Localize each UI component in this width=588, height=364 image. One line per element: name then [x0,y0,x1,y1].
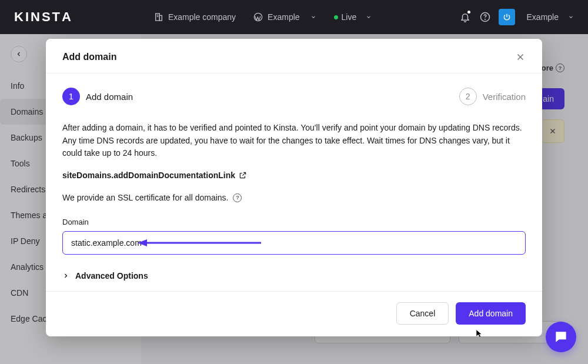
company-switcher[interactable]: Example company [154,12,236,22]
chat-icon [553,329,569,345]
step-1: 1 Add domain [62,88,133,105]
topbar: KINSTA Example company Example Live Exam… [0,0,588,34]
modal-overlay: Add domain 1 Add domain 2 Verification A… [0,34,588,364]
chevron-right-icon [62,272,69,279]
modal-header: Add domain [46,39,542,74]
chevron-down-icon [310,14,316,20]
step-label: Verification [483,92,526,102]
external-link-icon [239,171,247,179]
chevron-down-icon [366,14,372,20]
cancel-button[interactable]: Cancel [396,302,449,325]
modal-title: Add domain [62,52,116,62]
environment-switcher[interactable]: Live [334,12,372,22]
documentation-link[interactable]: siteDomains.addDomainDocumentationLink [62,171,526,180]
step-label: Add domain [86,92,133,102]
stepper: 1 Add domain 2 Verification [62,88,526,105]
help-button[interactable] [475,7,495,27]
power-button[interactable] [499,9,515,25]
step-2: 2 Verification [459,88,526,105]
ssl-notice: We provide an SSL certificate for all do… [62,193,526,202]
modal-description: After adding a domain, it has to be veri… [62,122,526,160]
step-number: 2 [459,88,477,105]
chat-widget-button[interactable] [546,322,576,352]
building-icon [154,12,163,22]
wordpress-icon [253,12,263,22]
close-modal-button[interactable] [515,52,526,62]
step-number: 1 [62,88,80,105]
help-icon [480,12,490,22]
domain-field-label: Domain [62,218,526,226]
modal-footer: Cancel Add domain [46,291,542,336]
svg-rect-1 [159,15,162,21]
company-name: Example company [168,12,236,22]
modal-body: 1 Add domain 2 Verification After adding… [46,74,542,291]
advanced-options-toggle[interactable]: Advanced Options [62,271,526,280]
user-menu[interactable]: Example [527,12,574,22]
info-icon[interactable]: ? [233,193,242,202]
brand-logo[interactable]: KINSTA [14,9,72,25]
power-icon [503,13,511,21]
add-domain-modal: Add domain 1 Add domain 2 Verification A… [46,39,542,336]
user-name: Example [527,12,559,22]
env-label: Live [342,12,357,22]
notifications-button[interactable] [455,7,475,27]
chevron-down-icon [568,14,574,20]
status-dot-icon [334,15,338,19]
cursor-icon [475,329,483,338]
site-switcher[interactable]: Example [253,12,316,22]
site-name: Example [268,12,299,22]
submit-button[interactable]: Add domain [456,302,526,325]
svg-point-6 [485,19,485,19]
domain-input[interactable] [62,231,526,255]
